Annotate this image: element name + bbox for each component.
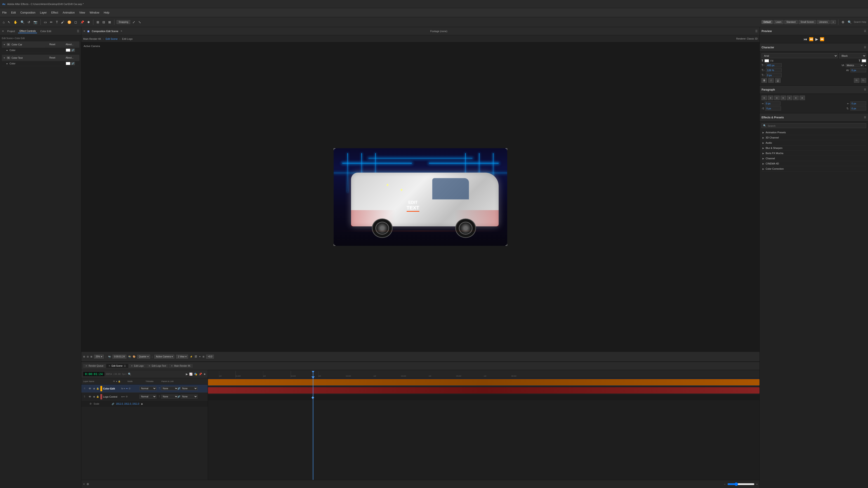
tl-tab-es-menu[interactable]: ☰ xyxy=(124,365,126,367)
layer-lock-4[interactable]: 🔒 xyxy=(96,387,99,390)
tab-composition-edit-scene[interactable]: Composition Edit Scene xyxy=(90,29,120,33)
ep-category-channel[interactable]: ▶ Channel xyxy=(762,156,866,161)
ep-search-input[interactable] xyxy=(768,125,865,127)
preview-next-frame-button[interactable]: ⏩ xyxy=(820,37,825,41)
layer-audio-4[interactable]: ◉ xyxy=(92,387,96,390)
preview-play-button[interactable]: ▶ xyxy=(815,37,818,41)
toolbar-pin-icon[interactable]: 📌 xyxy=(79,20,85,24)
paragraph-menu-icon[interactable]: ☰ xyxy=(864,88,866,91)
toolbar-brush-icon[interactable]: 🖌 xyxy=(60,20,65,24)
ws-libraries-button[interactable]: Libraries xyxy=(817,20,830,24)
mode-select-5[interactable]: Normal xyxy=(140,395,156,398)
fill-color-swatch[interactable] xyxy=(765,59,769,62)
toolbar-arrow-icon[interactable]: ↖ xyxy=(7,20,11,24)
character-menu-icon[interactable]: ☰ xyxy=(864,46,866,49)
tl-tab-elt-close[interactable]: ✕ xyxy=(149,365,150,367)
exposure-dropdown[interactable]: +0.0 xyxy=(206,355,214,359)
snap-button[interactable]: Snapping xyxy=(117,20,130,24)
toolbar-rotate-icon[interactable]: ↺ xyxy=(27,20,31,24)
menu-composition[interactable]: Composition xyxy=(20,11,35,14)
ws-expand-button[interactable]: » xyxy=(831,20,836,24)
color-car-about-button[interactable]: About... xyxy=(61,42,78,47)
parent-select-4[interactable]: None xyxy=(181,387,197,390)
ep-category-audio[interactable]: ▶ Audio xyxy=(762,140,866,145)
tl-motion-icon[interactable]: ▶ xyxy=(186,372,188,376)
toolbar-clone-icon[interactable]: ♊ xyxy=(66,20,72,24)
layer-lock-5[interactable]: 🔒 xyxy=(96,395,99,398)
font-style-select[interactable]: Black xyxy=(839,53,866,58)
ws-learn-button[interactable]: Learn xyxy=(774,20,783,24)
menu-help[interactable]: Help xyxy=(104,11,110,14)
layer-name-logo-control[interactable]: Logo Control xyxy=(103,395,121,398)
layer-vis-4[interactable]: 👁 xyxy=(88,387,92,390)
color-text-reset-button[interactable]: Reset xyxy=(45,56,60,60)
leading-input[interactable] xyxy=(766,68,782,72)
scale-keyframe-icon[interactable]: ◆ xyxy=(141,402,143,405)
font-select[interactable]: Arial xyxy=(762,53,838,58)
tl-graph-icon[interactable]: 📈 xyxy=(189,372,193,376)
ep-category-boris-fx-mocha[interactable]: ▶ Boris FX Mocha xyxy=(762,151,866,156)
ep-category-blur-sharpen[interactable]: ▶ Blur & Sharpen xyxy=(762,145,866,151)
tl-zoom-out-icon[interactable]: − xyxy=(724,483,725,486)
toolbar-zoom-icon[interactable]: 🔍 xyxy=(20,20,25,24)
tl-tab-rq-close[interactable]: ✕ xyxy=(86,365,87,367)
ws-default-button[interactable]: Default xyxy=(762,20,773,24)
menu-layer[interactable]: Layer xyxy=(40,11,47,14)
color-car-header[interactable]: ▼ fx Color Car Reset About... xyxy=(2,41,79,48)
italic-button[interactable]: I xyxy=(768,78,774,83)
toolbar-eraser-icon[interactable]: ◻ xyxy=(73,20,78,24)
underline-button[interactable]: U xyxy=(775,78,780,83)
tl-zoom-slider[interactable] xyxy=(727,482,754,486)
color-text-about-button[interactable]: About... xyxy=(61,56,78,60)
tl-tab-main-render[interactable]: ✕ Main Render 4K xyxy=(168,364,193,368)
toolbar-text-icon[interactable]: T xyxy=(55,20,59,24)
subscript-button[interactable]: T↓ xyxy=(861,78,866,83)
comp-tab-close-icon[interactable]: ✕ xyxy=(121,30,122,32)
font-size-input[interactable] xyxy=(766,63,782,67)
align-justify-all-button[interactable]: ≡ xyxy=(800,96,805,100)
toolbar-pen-icon[interactable]: ✏ xyxy=(49,20,54,24)
toolbar-home-icon[interactable]: ⌂ xyxy=(2,20,5,24)
space-after-input[interactable] xyxy=(850,106,866,110)
tl-tab-edit-logo-text[interactable]: ✕ Edit Logo Text xyxy=(146,364,168,368)
clip-color-edit[interactable] xyxy=(208,379,760,385)
viewer-camera-icon[interactable]: 📷 xyxy=(108,355,111,358)
align-justify-right-button[interactable]: ≡ xyxy=(793,96,799,100)
stroke-color-swatch[interactable] xyxy=(862,59,866,62)
tl-tab-mr-close[interactable]: ✕ xyxy=(171,365,173,367)
toolbar-search-icon[interactable]: 🔍 xyxy=(847,20,852,24)
effects-presets-menu-icon[interactable]: ☰ xyxy=(864,116,866,119)
color-car-reset-button[interactable]: Reset xyxy=(45,42,60,47)
tl-bottom-add-icon[interactable]: + xyxy=(83,483,85,486)
baseline-input[interactable] xyxy=(766,73,782,77)
ws-standard-button[interactable]: Standard xyxy=(784,20,798,24)
toolbar-settings-icon[interactable]: ⚙ xyxy=(841,20,845,24)
indent-right-input[interactable] xyxy=(850,101,866,105)
tl-search-icon[interactable]: 🔍 xyxy=(128,372,131,376)
parent-select-5[interactable]: None xyxy=(181,395,197,398)
panel-menu-icon[interactable]: ☰ xyxy=(77,30,79,33)
toolbar-camera-icon[interactable]: 📷 xyxy=(33,20,38,24)
align-justify-button[interactable]: ≡ xyxy=(780,96,786,100)
superscript-button[interactable]: T↑ xyxy=(854,78,860,83)
tl-tab-el-close[interactable]: ✕ xyxy=(131,365,133,367)
tl-tab-render-queue[interactable]: ✕ Render Queue xyxy=(83,364,106,368)
sub-layer-scale-value[interactable]: 1911.0, 1911.0, 1911.0 xyxy=(116,402,139,405)
viewer-safe-icon[interactable]: ⊟ xyxy=(87,355,89,358)
bold-button[interactable]: B xyxy=(762,78,767,83)
toolbar-extra2-icon[interactable]: ⤡ xyxy=(137,20,142,24)
clip-logo-control[interactable] xyxy=(208,387,760,394)
menu-effect[interactable]: Effect xyxy=(51,11,58,14)
preview-prev-frame-button[interactable]: ⏪ xyxy=(809,37,813,41)
camera-dropdown[interactable]: Active Camera ▾ xyxy=(154,355,175,359)
menu-view[interactable]: View xyxy=(79,11,85,14)
ep-category-animation-presets[interactable]: ▶ Animation Presets xyxy=(762,130,866,135)
menu-window[interactable]: Window xyxy=(90,11,99,14)
toolbar-align2-icon[interactable]: ⊟ xyxy=(101,20,106,24)
align-right-button[interactable]: ≡ xyxy=(774,96,780,100)
layer-name-color-edit[interactable]: Color Edit xyxy=(103,387,121,390)
comp-panel-menu-icon[interactable]: ☰ xyxy=(755,30,758,33)
layer-row-logo-control[interactable]: 5 👁 ◉ 🔒 Logo Control ● ✏ ⏱ xyxy=(81,393,208,401)
tracking-input[interactable] xyxy=(850,68,866,72)
breadcrumb-main-render[interactable]: Main Render 4K xyxy=(83,37,101,40)
